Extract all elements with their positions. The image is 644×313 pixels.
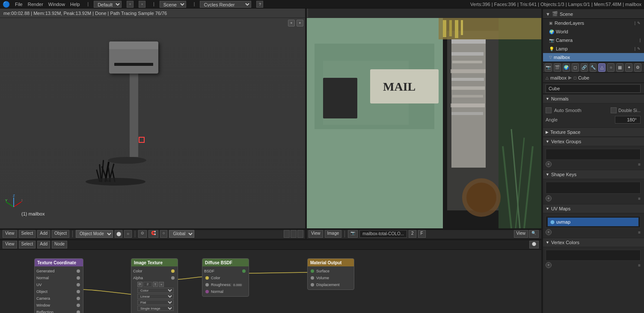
renderlayers-edit[interactable]: ✎ [637,21,641,25]
lamp-visibility[interactable]: | [635,47,635,51]
render-zoom-btn[interactable]: 🔍 [529,230,539,238]
engine-info-btn[interactable]: ? [256,1,263,8]
it-reload-btn[interactable]: ⟳ [137,282,142,287]
vertex-group-menu-icon[interactable]: ≡ [638,162,641,167]
uv-map-selected-item[interactable]: ⬤ uvmap [548,218,638,226]
material-props-btn[interactable]: ○ [607,63,614,72]
outliner-item-world[interactable]: 🌍 World [542,27,644,36]
it-settings-btn[interactable]: × [159,282,164,287]
node-node-btn[interactable]: Node [52,241,67,248]
texture-coordinate-node[interactable]: Texture Coordinate Generated Normal UV O… [34,258,83,313]
uv-map-add-btn[interactable]: + [546,229,552,235]
object-name-input[interactable] [546,84,641,93]
it-slot-field[interactable]: 2 [143,282,152,287]
shape-keys-header[interactable]: ▼ Shape Keys [542,170,644,179]
viewport-maximize-btn[interactable]: + [288,20,295,27]
global-select[interactable]: Global [169,230,194,238]
outliner-item-renderlayers[interactable]: ▣ RenderLayers | ✎ [542,19,644,27]
menu-render[interactable]: Render [28,2,43,7]
snap-btn[interactable]: 🧲 [148,230,158,238]
it-interp-select[interactable]: Linear [137,294,174,299]
object-mode-select[interactable]: Object Mode [76,230,113,238]
node-editor[interactable]: View Select Add Node ⬤ Texture Coordinat… [0,239,541,313]
engine-selector[interactable]: Cycles Render [200,1,251,8]
normals-section-header[interactable]: ▼ Normals [542,94,644,103]
grid-btn1[interactable] [284,230,290,238]
vertex-color-menu-btn[interactable]: ≡ [638,263,641,268]
angle-field[interactable]: 180° [615,116,641,124]
double-side-checkbox[interactable] [611,107,617,113]
divider-node-toolbar[interactable] [0,239,541,240]
it-proj-select[interactable]: Flat [137,300,174,305]
view-menu-btn[interactable]: View [3,230,17,238]
divider-main-right[interactable] [541,0,543,313]
scene-props-btn[interactable]: 🎬 [554,63,561,72]
node-select-btn[interactable]: Select [19,241,36,248]
vertex-colors-header[interactable]: ▼ Vertex Colors [542,238,644,247]
uv-map-menu-btn[interactable]: ≡ [638,230,641,235]
menu-file[interactable]: File [15,2,23,7]
modifier-props-btn[interactable]: 🔧 [590,63,597,72]
grid-btn3[interactable] [297,230,303,238]
shading-wire-btn[interactable]: ○ [124,230,132,238]
select-menu-btn[interactable]: Select [19,230,36,238]
divider-viewport-nodes[interactable] [0,228,541,230]
render-camera-btn[interactable]: 📷 [348,230,358,238]
it-color-select[interactable]: Color [137,288,174,293]
node-use-nodes-btn[interactable]: ⬤ [529,241,539,248]
material-output-node[interactable]: Material Output Surface Volume Displacem… [307,258,354,290]
texture-props-btn[interactable]: ▦ [616,63,623,72]
vertex-groups-header[interactable]: ▼ Vertex Groups [542,137,644,146]
layout-add-btn[interactable]: + [127,1,134,8]
vertex-color-add-btn[interactable]: + [546,262,552,268]
world-props-btn[interactable]: 🌍 [563,63,570,72]
breadcrumb-root[interactable]: mailbox [550,75,567,80]
camera-visibility[interactable]: | [640,38,641,42]
uv-maps-header[interactable]: ▼ UV Maps [542,204,644,213]
outliner-item-lamp[interactable]: 💡 Lamp | ✎ [542,44,644,53]
auto-smooth-checkbox[interactable] [546,107,552,113]
lamp-edit[interactable]: ✎ [637,47,641,51]
it-edit-btn[interactable]: T [153,282,158,287]
node-view-btn[interactable]: View [3,241,17,248]
breadcrumb-child[interactable]: Cube [578,75,589,80]
scene-collapse-icon[interactable]: ▼ [546,12,550,17]
vertex-group-add-btn[interactable]: + [546,161,552,167]
data-props-btn[interactable]: △ [598,63,605,72]
shading-solid-btn[interactable]: ⬤ [115,230,122,238]
texture-space-header[interactable]: ▶ Texture Space [542,127,644,137]
pivot-btn[interactable]: ⊙ [138,230,147,238]
db-roughness-value[interactable]: 0.000 [232,283,243,287]
divider-3d-render[interactable] [305,9,307,239]
node-add-btn[interactable]: Add [37,241,50,248]
blender-icon[interactable]: 🔵 [3,1,10,8]
proportional-btn[interactable]: ○ [160,230,167,238]
scene-selector[interactable]: Scene [160,1,186,8]
image-texture-node[interactable]: Image Texture Color Alpha ⟳ 2 T [131,258,178,313]
renderlayers-eye[interactable]: | [635,21,635,25]
constraint-props-btn[interactable]: 🔗 [581,63,588,72]
shape-key-menu-btn[interactable]: ≡ [638,196,641,201]
render-image-btn[interactable]: Image [325,230,342,238]
render-f-btn[interactable]: F [418,230,426,238]
object-props-btn[interactable]: ◻ [572,63,579,72]
render-slot-btn[interactable]: 2 [409,230,416,238]
menu-window[interactable]: Window [48,2,65,7]
physics-props-btn[interactable]: ⚙ [634,63,641,72]
particle-props-btn[interactable]: ✦ [625,63,632,72]
viewport-3d[interactable]: + + X Y Z [0,18,306,228]
layout-remove-btn[interactable]: × [139,1,145,8]
render-viewport[interactable]: MAIL [306,18,541,228]
add-menu-btn[interactable]: Add [37,230,50,238]
it-source-select[interactable]: Single Image [137,306,174,311]
layout-selector[interactable]: Default [94,1,122,8]
node-canvas[interactable]: Texture Coordinate Generated Normal UV O… [0,250,541,313]
object-menu-btn[interactable]: Object [52,230,69,238]
render-view-btn[interactable]: View [309,230,323,238]
render-view-label-btn[interactable]: View [514,230,528,238]
outliner-item-camera[interactable]: 📷 Camera | [542,36,644,44]
render-props-btn[interactable]: 📷 [545,63,552,72]
diffuse-bsdf-node[interactable]: Diffuse BSDF BSDF Color Roughness: 0.000 [202,258,249,297]
grid-btn2[interactable] [291,230,297,238]
viewport-split-btn[interactable]: + [297,20,303,27]
